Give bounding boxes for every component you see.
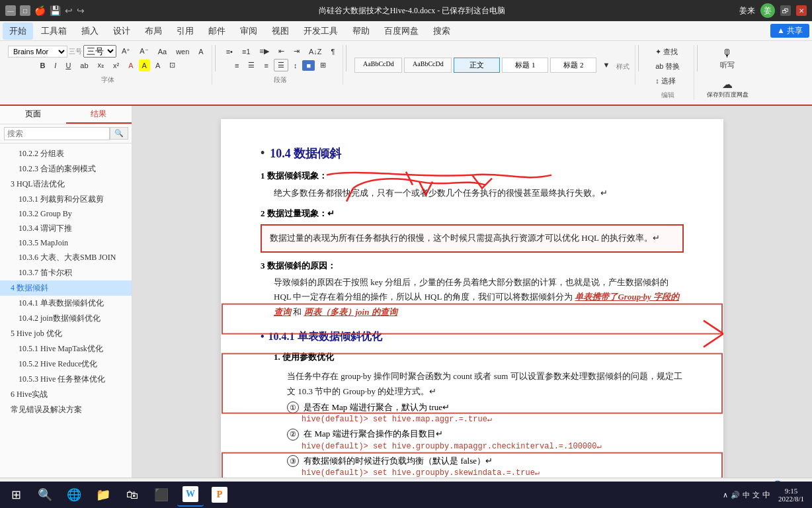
align-right-btn[interactable]: ≡ [260,60,272,71]
taskbar-search[interactable]: 🔍 [32,483,58,507]
font-shrink-btn[interactable]: A⁻ [136,45,152,58]
nav-item-17[interactable]: 常见错误及解决方案 [0,402,132,417]
taskbar-ppt[interactable]: P [206,483,233,507]
strikethrough-btn[interactable]: ab [76,60,92,71]
nav-item-0[interactable]: 10.2.2 分组表 [0,146,132,161]
save-baidu-btn[interactable]: ☁ 保存到百度网盘 [704,76,751,102]
nav-item-10[interactable]: 10.4.1 单表数据倾斜优化 [0,296,132,311]
taskbar-edge[interactable]: 🌐 [61,483,87,507]
clear-format-btn[interactable]: A [194,46,207,58]
user-avatar[interactable]: 姜 [760,3,775,18]
window-restore-btn[interactable]: 🗗 [780,5,791,16]
taskbar-explorer[interactable]: 📁 [90,483,116,507]
menu-item-start[interactable]: 开始 [3,22,33,40]
align-center-btn[interactable]: ☰ [244,59,259,71]
menu-item-layout[interactable]: 布局 [138,22,169,40]
change-case-btn[interactable]: Aa [154,46,171,58]
style-item-h1[interactable]: 标题 1 [502,58,548,73]
superscript-btn[interactable]: x² [109,60,123,71]
start-btn[interactable]: ⊞ [3,483,29,507]
tray-expand[interactable]: ∧ [723,491,728,499]
font-color2-btn[interactable]: A [151,60,164,71]
text-highlight-btn[interactable]: A [139,60,150,71]
nav-item-6[interactable]: 10.3.5 MapJoin [0,236,132,250]
replace-btn[interactable]: ab 替换 [651,60,684,73]
sidebar: 页面 结果 🔍 10.2.2 分组表 10.2.3 合适的案例模式 3 HQL语… [0,106,132,478]
border-btn[interactable]: ⊞ [316,59,330,71]
select-btn[interactable]: ↕ 选择 [651,74,684,88]
nav-item-5[interactable]: 10.3.4 谓词下推 [0,221,132,236]
nav-item-3[interactable]: 10.3.1 列裁剪和分区裁剪 [0,192,132,207]
bold-btn[interactable]: B [36,60,49,71]
menu-item-design[interactable]: 设计 [106,22,137,40]
nav-item-15[interactable]: 10.5.3 Hive 任务整体优化 [0,372,132,387]
font-family-select[interactable]: Brains Mor [8,46,67,58]
style-item-aabbcc2[interactable]: AaBbCcDd [404,58,452,73]
underline-btn[interactable]: U [61,60,75,71]
decrease-indent-btn[interactable]: ⇤ [274,45,288,58]
share-btn[interactable]: ▲ 共享 [770,24,809,38]
menu-item-search[interactable]: 搜索 [426,22,457,40]
nav-item-16[interactable]: 6 Hive实战 [0,387,132,402]
subscript-btn[interactable]: x₂ [94,59,108,71]
nav-item-2[interactable]: 3 HQL语法优化 [0,177,132,192]
taskbar-terminal[interactable]: ⬛ [148,483,175,507]
nav-tab-results[interactable]: 结果 [66,106,132,124]
show-marks-btn[interactable]: ¶ [327,46,339,58]
menu-item-tools[interactable]: 工具箱 [34,22,73,40]
font-grow-btn[interactable]: A⁺ [118,45,134,58]
redo-icon[interactable]: ↪ [77,5,85,17]
nav-tab-pages[interactable]: 页面 [0,106,66,124]
nav-item-1[interactable]: 10.2.3 合适的案例模式 [0,161,132,177]
save-icon[interactable]: 💾 [50,5,61,17]
menu-item-review[interactable]: 审阅 [233,22,264,40]
menu-item-help[interactable]: 帮助 [346,22,376,40]
font-color-btn[interactable]: A [124,60,137,71]
increase-indent-btn[interactable]: ⇥ [290,45,304,58]
menu-item-view[interactable]: 视图 [265,22,296,40]
char-border-btn[interactable]: ⊡ [165,59,179,71]
undo-icon[interactable]: ↩ [65,5,73,17]
menu-item-devtools[interactable]: 开发工具 [297,22,345,40]
taskbar-word[interactable]: W [177,483,204,507]
style-item-h2[interactable]: 标题 2 [550,58,596,73]
taskbar-store[interactable]: 🛍 [119,483,145,507]
close-btn[interactable]: ✕ [796,5,807,16]
search-input[interactable] [4,127,110,140]
nav-item-8[interactable]: 10.3.7 笛卡尔积 [0,265,132,280]
style-item-aabbcc1[interactable]: AaBbCcDd [354,58,402,73]
bullet-list-btn[interactable]: ≡• [222,46,237,58]
font-size-select[interactable]: 三号四号小四 [83,45,116,58]
doc-area[interactable]: • 10.4 数据倾斜 1 数据倾斜现象： 绝大多数任务都很快完成，只有一个或者… [132,106,812,478]
highlight-btn[interactable]: wen [172,46,193,58]
find-btn[interactable]: ✦ 查找 [651,45,684,59]
justify-btn[interactable]: ☰ [274,59,288,71]
style-more-btn[interactable]: ▼ [598,58,614,73]
style-item-normal[interactable]: 正文 [454,58,500,73]
nav-item-13[interactable]: 10.5.1 Hive MapTask优化 [0,341,132,357]
menu-item-references[interactable]: 引用 [170,22,200,40]
multilevel-list-btn[interactable]: ≡▶ [256,45,273,58]
dictate-btn[interactable]: 🎙 听写 [713,45,742,73]
menu-item-baidu[interactable]: 百度网盘 [378,22,425,40]
nav-item-12[interactable]: 5 Hive job 优化 [0,326,132,341]
nav-item-7[interactable]: 10.3.6 大表、大表SMB JOIN [0,250,132,265]
align-left-btn[interactable]: ≡ [231,60,243,71]
minimize-btn[interactable]: — [5,5,16,16]
menu-item-mailings[interactable]: 邮件 [202,22,232,40]
shading-btn[interactable]: ■ [302,60,315,71]
menu-item-insert[interactable]: 插入 [75,22,105,40]
sort-btn[interactable]: A↓Z [305,46,326,58]
nav-item-4[interactable]: 10.3.2 Group By [0,207,132,221]
line-spacing-btn[interactable]: ↕ [290,60,302,71]
nav-item-9[interactable]: 4 数据倾斜 [0,280,132,296]
tray-network[interactable]: 中 [743,490,750,500]
maximize-btn[interactable]: □ [20,5,30,16]
italic-btn[interactable]: I [50,60,60,71]
numbered-list-btn[interactable]: ≡1 [238,46,255,58]
search-btn[interactable]: 🔍 [110,127,128,140]
tray-ime[interactable]: 文 [752,490,760,500]
nav-item-11[interactable]: 10.4.2 join数据倾斜优化 [0,311,132,326]
nav-item-14[interactable]: 10.5.2 Hive Reduce优化 [0,357,132,372]
tray-speaker[interactable]: 🔊 [731,491,740,499]
